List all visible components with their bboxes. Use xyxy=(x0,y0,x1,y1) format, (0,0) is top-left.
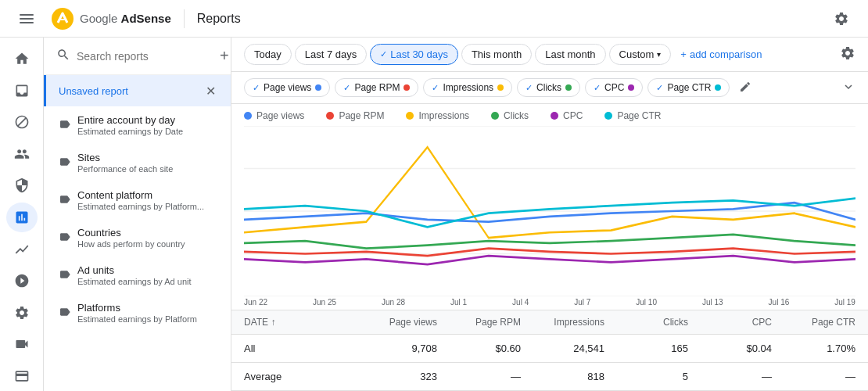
chart-legend: Page views Page RPM Impressions Clicks C… xyxy=(244,110,855,121)
report-item-subtitle: Estimated earnings by Ad unit xyxy=(77,277,204,286)
metric-chip-page_ctr[interactable]: ✓ Page CTR xyxy=(647,78,730,97)
report-item-title: Entire account by day xyxy=(77,114,204,126)
nav-icon-payments[interactable] xyxy=(6,361,38,391)
pageviews-cell-all: 9,708 xyxy=(353,343,437,354)
chip-dot xyxy=(404,84,410,91)
thismonth-filter-btn[interactable]: This month xyxy=(461,44,532,65)
col-header-date[interactable]: DATE ↑ xyxy=(244,317,353,328)
today-filter-btn[interactable]: Today xyxy=(244,44,292,65)
report-item-info: Sites Performance of each site xyxy=(77,152,204,174)
chip-check: ✓ xyxy=(432,83,439,93)
metric-chip-impressions[interactable]: ✓ Impressions xyxy=(423,78,512,97)
chip-check: ✓ xyxy=(253,83,260,93)
metric-chip-page_rpm[interactable]: ✓ Page RPM xyxy=(335,78,418,97)
nav-icon-optimization[interactable] xyxy=(6,266,38,296)
report-item-3[interactable]: Countries How ads perform by country ⋮ xyxy=(44,219,231,256)
report-item-icon xyxy=(59,268,71,283)
legend-page-views: Page views xyxy=(244,110,304,121)
nav-icon-analytics[interactable] xyxy=(6,234,38,264)
legend-page-ctr: Page CTR xyxy=(604,110,661,121)
line-chart xyxy=(244,126,855,296)
table-header: DATE ↑ Page views Page RPM Impressions C… xyxy=(231,310,868,335)
pagectr-cell-all: 1.70% xyxy=(772,343,855,354)
add-comparison-btn[interactable]: + add comparison xyxy=(680,48,762,60)
report-item-icon xyxy=(59,231,71,246)
nav-icon-reports[interactable] xyxy=(6,203,38,233)
metric-chip-page_views[interactable]: ✓ Page views xyxy=(244,78,330,97)
search-input[interactable] xyxy=(77,50,213,63)
chip-dot xyxy=(565,84,572,91)
chip-check: ✓ xyxy=(656,83,663,93)
report-item-icon xyxy=(59,306,71,321)
chart-area: Page views Page RPM Impressions Clicks C… xyxy=(231,104,868,310)
legend-page-rpm: Page RPM xyxy=(326,110,384,121)
impressions-cell-average: 818 xyxy=(521,371,604,382)
report-item-title: Content platform xyxy=(77,189,204,201)
expand-chart-icon[interactable] xyxy=(841,80,855,96)
report-item-2[interactable]: Content platform Estimated earnings by P… xyxy=(44,181,231,219)
report-item-4[interactable]: Ad units Estimated earnings by Ad unit ⋮ xyxy=(44,256,231,294)
report-item-info: Entire account by day Estimated earnings… xyxy=(77,114,204,136)
google-adsense-logo: Google AdSense xyxy=(50,6,171,31)
col-header-clicks: Clicks xyxy=(604,317,688,328)
nav-icon-inbox[interactable] xyxy=(6,76,38,106)
nav-icon-settings[interactable] xyxy=(6,297,38,328)
legend-cpc: CPC xyxy=(551,110,583,121)
chip-label: Impressions xyxy=(443,82,493,93)
last7-filter-btn[interactable]: Last 7 days xyxy=(295,44,368,65)
chip-label: Page views xyxy=(264,82,311,93)
header-divider xyxy=(184,9,185,28)
report-settings-icon[interactable] xyxy=(840,45,855,63)
svg-rect-2 xyxy=(20,22,34,23)
nav-icon-home[interactable] xyxy=(6,44,38,74)
report-item-info: Content platform Estimated earnings by P… xyxy=(77,189,204,211)
metric-chips-bar: ✓ Page views ✓ Page RPM ✓ Impressions ✓ … xyxy=(231,72,868,104)
table-row-all: All 9,708 $0.60 24,541 165 $0.04 1.70% xyxy=(231,335,868,363)
col-header-pagectr: Page CTR xyxy=(772,317,855,328)
svg-rect-0 xyxy=(20,14,34,16)
report-item-info: Platforms Estimated earnings by Platform xyxy=(77,302,204,324)
pagerpm-cell-all: $0.60 xyxy=(437,343,521,354)
metric-chip-clicks[interactable]: ✓ Clicks xyxy=(517,78,580,97)
page-title: Reports xyxy=(197,12,241,26)
chip-label: Page CTR xyxy=(667,82,711,93)
report-item-subtitle: Estimated earnings by Date xyxy=(77,127,204,136)
body-layout: + Unsaved report ✕ Entire account by day… xyxy=(0,38,868,391)
report-item-0[interactable]: Entire account by day Estimated earnings… xyxy=(44,106,231,144)
unsaved-report-item[interactable]: Unsaved report ✕ xyxy=(44,75,231,106)
last30-filter-btn[interactable]: ✓Last 30 days xyxy=(370,44,458,65)
add-report-icon[interactable]: + xyxy=(220,47,229,65)
main-content: Today Last 7 days ✓Last 30 days This mon… xyxy=(231,38,868,391)
chip-check: ✓ xyxy=(525,83,533,93)
menu-icon[interactable] xyxy=(13,5,41,33)
report-item-icon xyxy=(59,118,71,133)
nav-icon-video[interactable] xyxy=(6,329,38,360)
report-item-title: Sites xyxy=(77,152,204,163)
chip-check: ✓ xyxy=(343,83,350,93)
clicks-cell-average: 5 xyxy=(604,371,688,382)
close-icon[interactable]: ✕ xyxy=(203,83,218,99)
custom-filter-btn[interactable]: Custom▾ xyxy=(609,44,672,65)
report-item-title: Countries xyxy=(77,227,204,239)
settings-icon[interactable] xyxy=(827,5,855,33)
edit-metrics-icon[interactable] xyxy=(739,81,751,95)
report-item-icon xyxy=(59,156,71,170)
cpc-cell-all: $0.04 xyxy=(688,343,772,354)
clicks-cell-all: 165 xyxy=(604,343,688,354)
report-item-info: Ad units Estimated earnings by Ad unit xyxy=(77,264,204,286)
nav-icon-block[interactable] xyxy=(6,107,38,138)
date-filter-bar: Today Last 7 days ✓Last 30 days This mon… xyxy=(231,38,868,72)
chip-dot xyxy=(497,84,504,91)
header: Google AdSense Reports xyxy=(0,0,868,38)
report-list: Entire account by day Estimated earnings… xyxy=(44,106,231,332)
report-item-1[interactable]: Sites Performance of each site ⋮ xyxy=(44,144,231,181)
nav-icon-policy[interactable] xyxy=(6,170,38,201)
unsaved-report-label: Unsaved report xyxy=(59,85,128,97)
logo-text: Google AdSense xyxy=(80,12,171,25)
lastmonth-filter-btn[interactable]: Last month xyxy=(535,44,605,65)
col-header-pageviews: Page views xyxy=(353,317,437,328)
report-item-5[interactable]: Platforms Estimated earnings by Platform… xyxy=(44,294,231,332)
nav-icon-people[interactable] xyxy=(6,139,38,170)
chip-dot xyxy=(628,84,634,91)
metric-chip-cpc[interactable]: ✓ CPC xyxy=(585,78,643,97)
